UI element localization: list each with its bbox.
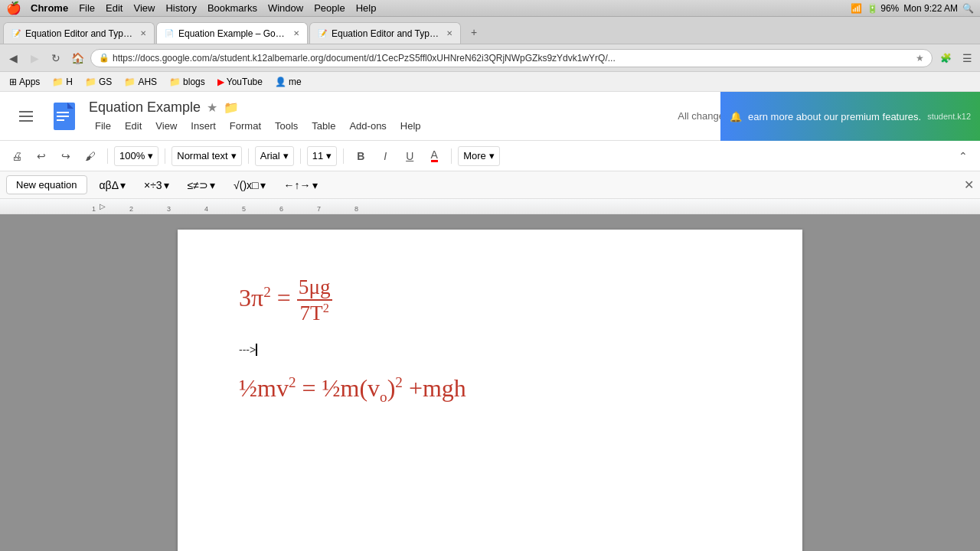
tab-1-favicon: 📝 <box>11 29 21 37</box>
tab-2-close[interactable]: ✕ <box>293 29 299 37</box>
bookmark-h-label: H <box>66 77 73 87</box>
view-menu[interactable]: View <box>133 2 155 14</box>
spotlight-icon[interactable]: 🔍 <box>962 3 974 14</box>
menu-addons[interactable]: Add-ons <box>343 119 392 133</box>
bookmark-me-label: me <box>289 77 302 87</box>
edit-menu[interactable]: Edit <box>106 2 122 14</box>
folder-icon[interactable]: 📁 <box>224 100 239 115</box>
doc-title-text[interactable]: Equation Example <box>89 99 201 116</box>
document-area[interactable]: 3π2 = 5μg7T2 ---> ½mv2 = ½m(vo)2 +mgh <box>0 214 980 551</box>
bookmark-ahs-icon: 📁 <box>124 77 136 87</box>
underline-btn[interactable]: U <box>399 145 420 167</box>
tab-3-label: Equation Editor and Type... <box>332 28 439 39</box>
bookmarks-menu[interactable]: Bookmarks <box>207 2 257 14</box>
apps-icon: ⊞ <box>9 77 17 87</box>
menu-insert[interactable]: Insert <box>185 119 222 133</box>
menu-edit[interactable]: Edit <box>119 119 148 133</box>
text-line[interactable]: ---> <box>239 344 741 356</box>
file-menu[interactable]: File <box>79 2 95 14</box>
arrows-btn[interactable]: ←↑→ ▾ <box>278 178 324 193</box>
url-text: https://docs.google.com/a/student.k12alb… <box>113 53 916 64</box>
bookmark-youtube[interactable]: ▶ YouTube <box>214 75 266 89</box>
doc-menu-bar: File Edit View Insert Format Tools Table… <box>89 119 668 133</box>
bookmark-gs[interactable]: 📁 GS <box>82 75 115 89</box>
more-dropdown-icon: ▾ <box>489 150 495 161</box>
relations-btn[interactable]: ≤≠⊃ ▾ <box>181 178 221 193</box>
help-menu[interactable]: Help <box>356 2 377 14</box>
tab-3[interactable]: 📝 Equation Editor and Type... ✕ <box>309 22 461 44</box>
chrome-settings-btn[interactable]: ☰ <box>959 50 975 67</box>
print-btn[interactable]: 🖨 <box>6 145 28 167</box>
eq1-text: 3π2 = 5μg7T2 <box>239 284 332 311</box>
zoom-select[interactable]: 100% ▾ <box>114 146 158 166</box>
operations-btn[interactable]: ×÷3 ▾ <box>138 178 175 193</box>
back-btn[interactable]: ◀ <box>5 50 21 67</box>
equation-toolbar-close[interactable]: ✕ <box>964 178 974 192</box>
chrome-tabbar: 📝 Equation Editor and Type... ✕ 📄 Equati… <box>0 17 980 44</box>
history-menu[interactable]: History <box>165 2 196 14</box>
ruler: 1 2 3 4 5 6 7 8 ▷ <box>0 199 980 214</box>
premium-banner[interactable]: 🔔 earn more about our premium features. … <box>720 92 980 141</box>
menu-table[interactable]: Table <box>305 119 341 133</box>
zoom-dropdown-icon: ▾ <box>148 150 153 161</box>
doc-header: Equation Example ★ 📁 File Edit View Inse… <box>0 92 980 141</box>
menu-view[interactable]: View <box>149 119 183 133</box>
apps-btn[interactable]: ⊞ Apps <box>6 75 43 89</box>
new-tab-btn[interactable]: + <box>466 24 482 41</box>
new-equation-button[interactable]: New equation <box>6 175 87 194</box>
menu-tools[interactable]: Tools <box>269 119 304 133</box>
font-select[interactable]: Arial ▾ <box>255 146 294 166</box>
tab-2[interactable]: 📄 Equation Example – Goog... ✕ <box>156 22 308 44</box>
url-bar[interactable]: 🔒 https://docs.google.com/a/student.k12a… <box>90 49 933 67</box>
font-dropdown-icon: ▾ <box>283 150 289 161</box>
bold-btn[interactable]: B <box>350 145 371 167</box>
radicals-btn[interactable]: √()x□ ▾ <box>227 178 271 193</box>
separator-4 <box>300 148 301 164</box>
cursor <box>256 344 257 356</box>
tab-2-favicon: 📄 <box>165 29 174 37</box>
tab-1-close[interactable]: ✕ <box>140 29 146 37</box>
bookmark-ahs[interactable]: 📁 AHS <box>121 75 160 89</box>
star-icon[interactable]: ★ <box>207 100 217 115</box>
forward-btn[interactable]: ▶ <box>26 50 43 67</box>
document-page: 3π2 = 5μg7T2 ---> ½mv2 = ½m(vo)2 +mgh <box>178 230 802 551</box>
bookmark-me-icon: 👤 <box>275 77 286 87</box>
window-menu[interactable]: Window <box>268 2 303 14</box>
collapse-toolbar-btn[interactable]: ⌃ <box>952 145 974 167</box>
menu-help[interactable]: Help <box>394 119 427 133</box>
lock-icon: 🔒 <box>99 53 109 63</box>
reload-btn[interactable]: ↻ <box>47 50 64 67</box>
radicals-label: √()x□ <box>234 179 258 191</box>
style-select[interactable]: Normal text ▾ <box>172 146 241 166</box>
apple-menu[interactable]: 🍎 <box>6 1 21 15</box>
greek-symbols-btn[interactable]: αβΔ ▾ <box>93 178 132 193</box>
svg-rect-2 <box>57 112 69 113</box>
hamburger-menu[interactable] <box>12 103 40 130</box>
bookmark-h[interactable]: 📁 H <box>49 75 76 89</box>
redo-btn[interactable]: ↪ <box>55 145 77 167</box>
size-select[interactable]: 11 ▾ <box>307 146 337 166</box>
undo-btn[interactable]: ↩ <box>31 145 52 167</box>
text-color-btn[interactable]: A <box>423 145 445 167</box>
battery-indicator: 🔋 96% <box>867 3 899 14</box>
equation-toolbar: New equation αβΔ ▾ ×÷3 ▾ ≤≠⊃ ▾ √()x□ ▾ ←… <box>0 171 980 199</box>
people-menu[interactable]: People <box>314 2 345 14</box>
italic-btn[interactable]: I <box>374 145 396 167</box>
bookmark-me[interactable]: 👤 me <box>272 75 305 89</box>
paint-format-btn[interactable]: 🖌 <box>80 145 101 167</box>
menu-file[interactable]: File <box>89 119 117 133</box>
tab-1[interactable]: 📝 Equation Editor and Type... ✕ <box>3 22 155 44</box>
tab-3-close[interactable]: ✕ <box>446 29 452 37</box>
bookmark-ahs-label: AHS <box>138 77 157 87</box>
more-btn[interactable]: More ▾ <box>458 146 500 166</box>
extensions-btn[interactable]: 🧩 <box>937 50 954 67</box>
docs-app: Equation Example ★ 📁 File Edit View Inse… <box>0 92 980 551</box>
menu-format[interactable]: Format <box>224 119 267 133</box>
chrome-menu[interactable]: Chrome <box>31 2 68 14</box>
relations-dropdown-icon: ▾ <box>210 179 215 191</box>
arrows-label: ←↑→ <box>284 179 311 191</box>
bookmark-blogs[interactable]: 📁 blogs <box>166 75 208 89</box>
home-btn[interactable]: 🏠 <box>69 50 86 67</box>
relations-label: ≤≠⊃ <box>188 179 208 191</box>
svg-rect-3 <box>57 116 69 117</box>
